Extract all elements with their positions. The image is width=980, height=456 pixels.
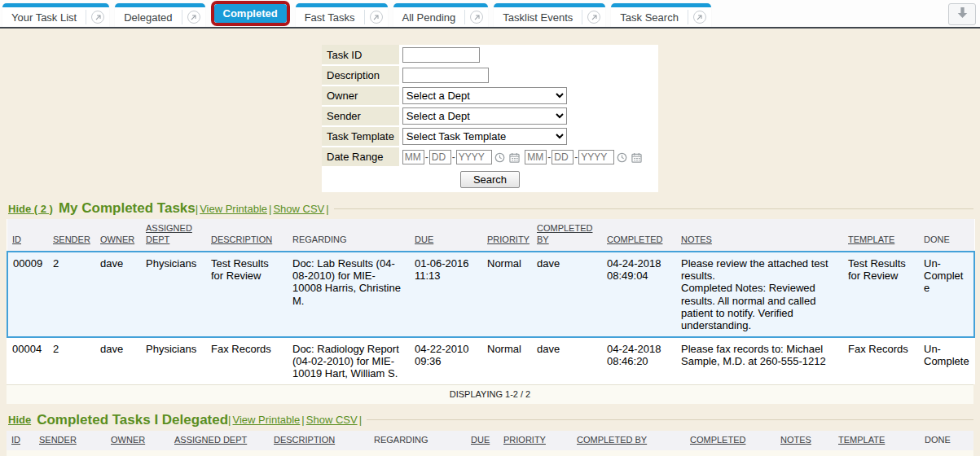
owner-select[interactable]: Select a Dept (402, 87, 567, 104)
task-id-label: Task ID (322, 45, 399, 65)
column-header-owner[interactable]: OWNER (106, 431, 169, 450)
delegated-completed-tasks-section: Hide Completed Tasks I Delegated| View P… (0, 410, 980, 456)
column-header-notes[interactable]: NOTES (676, 219, 843, 252)
tab-your-task-list[interactable]: Your Task List (2, 3, 109, 27)
description-input[interactable] (402, 68, 489, 83)
date-separator: - (425, 151, 428, 163)
cell-done[interactable]: Un-Complete (919, 252, 974, 337)
end-month-input[interactable] (525, 150, 547, 164)
column-header-id[interactable]: ID (7, 219, 48, 252)
cell-description: Test Results for Review (206, 252, 288, 337)
clock-icon[interactable] (494, 152, 505, 163)
show-csv-link[interactable]: Show CSV (273, 203, 324, 215)
view-printable-link[interactable]: View Printable (232, 414, 300, 426)
column-header-assigned-dept[interactable]: ASSIGNED DEPT (141, 219, 206, 252)
task-template-select[interactable]: Select Task Template (402, 128, 567, 145)
end-year-input[interactable] (578, 150, 614, 164)
table-header-row: IDSENDEROWNERASSIGNED DEPTDESCRIPTIONREG… (7, 431, 973, 450)
tab-open-new-window-button[interactable] (582, 7, 605, 27)
search-button[interactable]: Search (460, 171, 520, 188)
start-month-input[interactable] (402, 150, 424, 164)
column-header-completed-by[interactable]: COMPLETED BY (532, 219, 602, 252)
column-header-template[interactable]: TEMPLATE (843, 219, 919, 252)
tab-fast-tasks[interactable]: Fast Tasks (296, 3, 388, 27)
cell-done[interactable]: Un-Complete (919, 337, 974, 384)
date-range-end: -- (525, 150, 644, 164)
start-year-input[interactable] (456, 150, 492, 164)
column-header-owner[interactable]: OWNER (95, 219, 141, 252)
column-header-due[interactable]: DUE (466, 431, 499, 450)
tab-task-search[interactable]: Task Search (611, 3, 711, 27)
my-completed-tasks-section: Hide ( 2 ) My Completed Tasks| View Prin… (0, 199, 980, 404)
external-link-icon (470, 11, 483, 24)
hide-link[interactable]: Hide (8, 414, 31, 426)
section-title: My Completed Tasks (59, 200, 196, 217)
tab-open-new-window-button[interactable] (688, 7, 711, 27)
section-header: Hide ( 2 ) My Completed Tasks| View Prin… (0, 199, 980, 219)
view-printable-link[interactable]: View Printable (200, 203, 267, 215)
sender-select[interactable]: Select a Dept (402, 107, 567, 125)
column-header-description[interactable]: DESCRIPTION (206, 219, 288, 252)
cell-owner: dave (95, 252, 141, 337)
tab-bar: Your Task ListDelegatedCompletedFast Tas… (0, 0, 980, 28)
separator: | (196, 203, 198, 215)
download-arrow-icon (956, 7, 969, 23)
clock-icon[interactable] (617, 152, 627, 163)
cell-template: Fax Records (843, 337, 919, 384)
column-header-assigned-dept[interactable]: ASSIGNED DEPT (169, 431, 269, 450)
column-header-id[interactable]: ID (7, 431, 34, 450)
tab-completed[interactable]: Completed (214, 4, 287, 23)
cell-due: 04-22-2010 09:36 (410, 337, 482, 384)
cell-id: 00009 (7, 252, 48, 337)
cell-owner: dave (95, 337, 141, 384)
column-header-sender[interactable]: SENDER (48, 219, 95, 252)
column-header-priority[interactable]: PRIORITY (482, 219, 532, 252)
column-header-due[interactable]: DUE (410, 219, 482, 252)
tab-open-new-window-button[interactable] (465, 7, 488, 27)
tab-label: Delegated (115, 7, 181, 27)
column-header-regarding: REGARDING (288, 219, 410, 252)
table-row[interactable]: 000092davePhysiciansTest Results for Rev… (7, 252, 974, 337)
task-template-label: Task Template (322, 126, 399, 147)
cell-notes: Please fax records to: Michael Sample, M… (676, 337, 843, 384)
legend-rule (367, 419, 973, 420)
results-count: DISPLAYING 1-2 / 2 (7, 384, 973, 404)
column-header-template[interactable]: TEMPLATE (833, 431, 920, 450)
tab-open-new-window-button[interactable] (182, 7, 205, 27)
tab-delegated[interactable]: Delegated (115, 3, 204, 27)
calendar-icon[interactable] (509, 152, 520, 163)
column-header-notes[interactable]: NOTES (776, 431, 833, 450)
tab-tasklist-events[interactable]: Tasklist Events (494, 3, 605, 27)
date-range-label: Date Range (322, 147, 399, 167)
cell-completed-by: dave (532, 252, 602, 337)
results-count: 0 RESULTS (7, 450, 973, 456)
column-header-completed[interactable]: COMPLETED (602, 219, 676, 252)
start-day-input[interactable] (429, 150, 451, 164)
column-header-regarding: REGARDING (369, 431, 466, 450)
tab-open-new-window-button[interactable] (365, 7, 388, 27)
tab-label: All Pending (393, 7, 465, 27)
tab-all-pending[interactable]: All Pending (393, 3, 489, 27)
external-link-icon (370, 11, 383, 24)
column-header-priority[interactable]: PRIORITY (499, 431, 572, 450)
calendar-icon[interactable] (631, 152, 642, 163)
task-id-input[interactable] (402, 47, 480, 63)
column-header-completed-by[interactable]: COMPLETED BY (572, 431, 685, 450)
table-row[interactable]: 000042davePhysiciansFax RecordsDoc: Radi… (7, 337, 974, 384)
date-separator: - (452, 151, 455, 163)
cell-completed: 04-24-2018 08:46:20 (602, 337, 676, 384)
tab-open-new-window-button[interactable] (86, 7, 109, 27)
separator: | (326, 203, 328, 215)
column-header-done: DONE (919, 219, 974, 252)
tab-list: Your Task ListDelegatedCompletedFast Tas… (2, 1, 711, 27)
show-csv-link[interactable]: Show CSV (306, 414, 358, 426)
section-header: Hide Completed Tasks I Delegated| View P… (0, 410, 980, 431)
end-day-input[interactable] (552, 150, 573, 164)
download-button[interactable] (948, 3, 976, 25)
column-header-completed[interactable]: COMPLETED (685, 431, 776, 450)
column-header-description[interactable]: DESCRIPTION (269, 431, 369, 450)
cell-assigned-dept: Physicians (141, 252, 206, 337)
column-header-sender[interactable]: SENDER (34, 431, 106, 450)
cell-id: 00004 (7, 337, 48, 384)
hide-link[interactable]: Hide ( 2 ) (8, 203, 53, 215)
